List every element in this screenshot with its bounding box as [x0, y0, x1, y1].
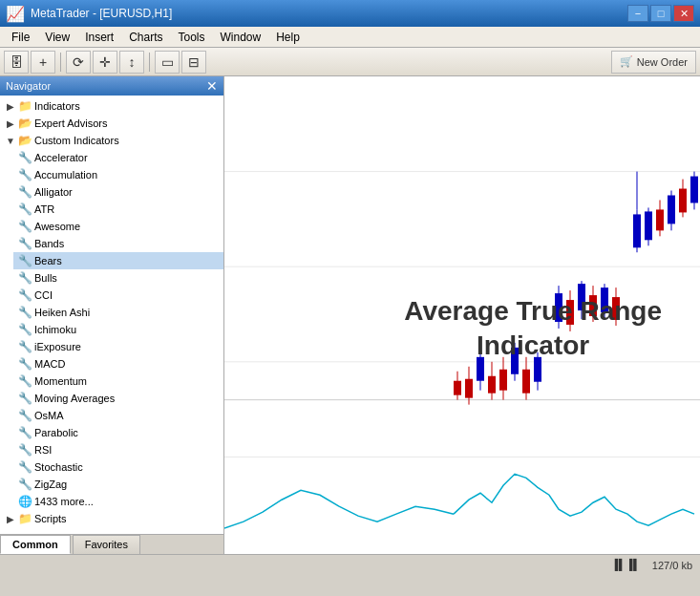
- maximize-button[interactable]: □: [650, 5, 671, 22]
- indicator-icon-momentum: 🔧: [17, 373, 32, 389]
- navigator-tree[interactable]: ▶ 📁 Indicators ▶ 📂 Expert Advisors ▼ 📂 C…: [0, 96, 223, 534]
- indicator-icon-bulls: 🔧: [17, 270, 32, 286]
- tree-item-indicators[interactable]: ▶ 📁 Indicators: [0, 97, 223, 115]
- title-bar-buttons: − □ ✕: [627, 5, 694, 22]
- accelerator-label: Accelerator: [34, 152, 88, 163]
- tree-item-accumulation[interactable]: 🔧 Accumulation: [13, 166, 223, 183]
- folder-icon-indicators: 📁: [17, 98, 32, 114]
- svg-rect-19: [522, 370, 530, 394]
- tree-item-awesome[interactable]: 🔧 Awesome: [13, 218, 223, 235]
- folder-icon-scripts: 📁: [17, 511, 32, 526]
- menu-window[interactable]: Window: [213, 29, 269, 46]
- new-chart-button[interactable]: 🗄: [4, 51, 29, 74]
- tree-item-scripts[interactable]: ▶ 📁 Scripts: [0, 510, 223, 527]
- tree-item-alligator[interactable]: 🔧 Alligator: [13, 183, 223, 201]
- svg-rect-31: [601, 287, 608, 312]
- toolbar-btn-4[interactable]: ✛: [93, 51, 117, 74]
- expander-custom[interactable]: ▼: [4, 134, 17, 147]
- svg-rect-39: [656, 209, 664, 230]
- svg-rect-33: [612, 297, 620, 320]
- indicator-icon-cci: 🔧: [17, 287, 32, 303]
- toolbar: 🗄 + ⟳ ✛ ↕ ▭ ⊟ 🛒 New Order: [0, 48, 700, 76]
- bears-label: Bears: [34, 255, 62, 266]
- navigator-title: Navigator: [6, 80, 51, 92]
- indicator-icon-zigzag: 🔧: [17, 477, 32, 492]
- status-chart-icon: ▐▌▐▌: [611, 559, 641, 571]
- stochastic-label: Stochastic: [34, 461, 83, 473]
- svg-rect-43: [679, 189, 687, 213]
- close-button[interactable]: ✕: [673, 5, 694, 22]
- window-title: MetaTrader - [EURUSD,H1]: [31, 7, 172, 20]
- svg-rect-9: [465, 379, 473, 398]
- macd-label: MACD: [34, 358, 65, 370]
- indicator-icon-osma: 🔧: [17, 408, 32, 423]
- indicator-icon-accumulation: 🔧: [17, 167, 32, 182]
- minimize-button[interactable]: −: [627, 5, 648, 22]
- tree-item-bands[interactable]: 🔧 Bands: [13, 235, 223, 252]
- menu-insert[interactable]: Insert: [77, 29, 121, 46]
- tree-item-custom-indicators[interactable]: ▼ 📂 Custom Indicators: [0, 132, 223, 149]
- menu-file[interactable]: File: [4, 29, 37, 46]
- navigator-tabs: Common Favorites: [0, 534, 223, 554]
- status-bar: ▐▌▐▌ 127/0 kb: [0, 554, 700, 575]
- tree-item-parabolic[interactable]: 🔧 Parabolic: [13, 424, 223, 441]
- new-order-button[interactable]: 🛒 New Order: [611, 51, 696, 74]
- ma-label: Moving Averages: [34, 393, 115, 404]
- expander-ea[interactable]: ▶: [4, 117, 17, 130]
- indicator-icon-stochastic: 🔧: [17, 459, 32, 475]
- expander-indicators[interactable]: ▶: [4, 99, 17, 113]
- menu-charts[interactable]: Charts: [121, 29, 170, 46]
- new-order-label: New Order: [637, 56, 688, 68]
- toolbar-btn-6[interactable]: ▭: [155, 51, 180, 74]
- app-icon: 📈: [6, 5, 25, 23]
- svg-rect-0: [224, 76, 700, 554]
- navigator-close[interactable]: ✕: [206, 79, 218, 93]
- indicator-icon-iexposure: 🔧: [17, 339, 32, 354]
- tree-item-more[interactable]: 🌐 1433 more...: [13, 493, 223, 510]
- chart-area[interactable]: Average True Range Indicator: [224, 76, 700, 554]
- tree-item-ichimoku[interactable]: 🔧 Ichimoku: [13, 321, 223, 338]
- tree-item-bulls[interactable]: 🔧 Bulls: [13, 269, 223, 287]
- folder-icon-ea: 📂: [17, 116, 32, 131]
- toolbar-btn-3[interactable]: ⟳: [66, 51, 91, 74]
- svg-rect-15: [499, 370, 507, 391]
- title-bar-left: 📈 MetaTrader - [EURUSD,H1]: [6, 5, 172, 23]
- tree-item-macd[interactable]: 🔧 MACD: [13, 355, 223, 372]
- scripts-label: Scripts: [34, 513, 67, 524]
- bands-label: Bands: [34, 238, 64, 249]
- tree-item-rsi[interactable]: 🔧 RSI: [13, 441, 223, 458]
- toolbar-btn-5[interactable]: ↕: [119, 51, 144, 74]
- iexposure-label: iExposure: [34, 341, 81, 352]
- svg-rect-7: [454, 381, 461, 395]
- tree-item-expert-advisors[interactable]: ▶ 📂 Expert Advisors: [0, 115, 223, 132]
- indicator-icon-rsi: 🔧: [17, 442, 32, 458]
- tree-item-stochastic[interactable]: 🔧 Stochastic: [13, 458, 223, 476]
- tree-item-atr[interactable]: 🔧 ATR: [13, 201, 223, 218]
- expander-scripts[interactable]: ▶: [4, 512, 17, 525]
- svg-rect-37: [645, 211, 652, 240]
- custom-indicators-children: 🔧 Accelerator 🔧 Accumulation 🔧 Alligator…: [0, 149, 223, 510]
- menu-view[interactable]: View: [37, 29, 77, 46]
- svg-rect-45: [690, 177, 698, 203]
- tree-item-moving-averages[interactable]: 🔧 Moving Averages: [13, 390, 223, 407]
- toolbar-btn-2[interactable]: +: [31, 51, 55, 74]
- tree-item-osma[interactable]: 🔧 OsMA: [13, 407, 223, 424]
- tab-common[interactable]: Common: [0, 535, 71, 554]
- tab-favorites[interactable]: Favorites: [73, 535, 140, 554]
- indicator-icon-bands: 🔧: [17, 236, 32, 251]
- bulls-label: Bulls: [34, 272, 57, 284]
- toolbar-btn-7[interactable]: ⊟: [181, 51, 206, 74]
- menu-tools[interactable]: Tools: [171, 29, 213, 46]
- tree-item-cci[interactable]: 🔧 CCI: [13, 287, 223, 304]
- menu-help[interactable]: Help: [268, 29, 308, 46]
- tree-item-bears[interactable]: 🔧 Bears: [13, 252, 223, 269]
- tree-item-momentum[interactable]: 🔧 Momentum: [13, 372, 223, 390]
- indicator-icon-more: 🌐: [17, 494, 32, 509]
- tree-item-heiken-ashi[interactable]: 🔧 Heiken Ashi: [13, 304, 223, 321]
- tree-item-iexposure[interactable]: 🔧 iExposure: [13, 338, 223, 355]
- indicator-icon-parabolic: 🔧: [17, 425, 32, 440]
- tree-item-zigzag[interactable]: 🔧 ZigZag: [13, 476, 223, 493]
- svg-rect-27: [578, 284, 585, 310]
- navigator-header: Navigator ✕: [0, 76, 223, 96]
- tree-item-accelerator[interactable]: 🔧 Accelerator: [13, 149, 223, 166]
